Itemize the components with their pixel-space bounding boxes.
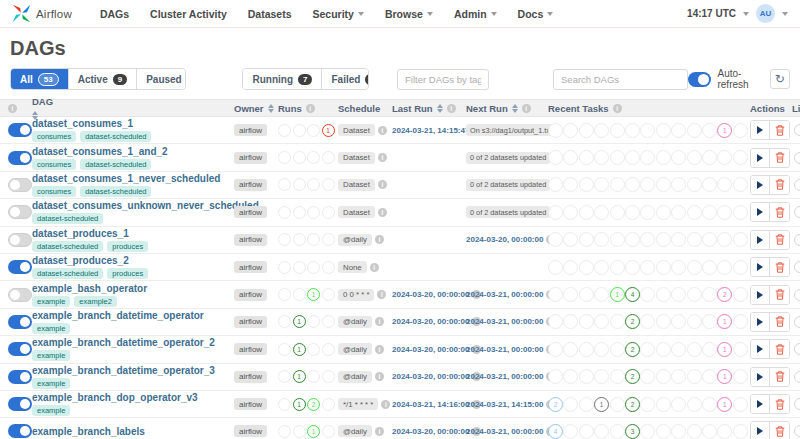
user-avatar[interactable]: AU [756, 4, 775, 23]
recent-task-circle-skipped[interactable] [717, 424, 732, 439]
delete-dag-button[interactable] [770, 286, 789, 304]
run-circle-success[interactable] [293, 425, 306, 438]
run-circle-failed[interactable] [322, 343, 335, 356]
dag-tag[interactable]: dataset-scheduled [80, 186, 151, 197]
recent-task-circle-up_for_retry[interactable] [671, 232, 686, 247]
run-circle-success[interactable] [293, 233, 306, 246]
links-menu-icon[interactable] [794, 179, 800, 191]
recent-task-circle-deferred[interactable] [733, 342, 748, 357]
runs-info-icon[interactable] [306, 104, 315, 113]
recent-task-circle-failed[interactable] [656, 424, 671, 439]
trigger-dag-button[interactable] [751, 231, 770, 249]
recent-task-circle-none[interactable] [548, 369, 563, 384]
recent-task-circle-failed[interactable] [656, 287, 671, 302]
delete-dag-button[interactable] [770, 176, 789, 194]
recent-task-circle-deferred[interactable] [733, 424, 748, 439]
recent-task-circle-failed[interactable] [656, 397, 671, 412]
last-run-info-icon[interactable] [447, 104, 456, 113]
sort-next-run-icon[interactable] [512, 104, 518, 113]
recent-task-circle-scheduled[interactable] [579, 397, 594, 412]
recent-task-circle-up_for_reschedule[interactable] [687, 397, 702, 412]
trigger-dag-button[interactable] [751, 313, 770, 331]
recent-task-circle-upstream_failed[interactable] [702, 205, 717, 220]
dag-pause-toggle[interactable] [8, 123, 32, 137]
recent-task-circle-up_for_retry[interactable] [671, 260, 686, 275]
recent-task-circle-scheduled[interactable] [579, 232, 594, 247]
recent-task-circle-running[interactable] [610, 177, 625, 192]
recent-task-circle-scheduled[interactable] [579, 205, 594, 220]
recent-task-circle-scheduled[interactable] [579, 342, 594, 357]
recent-task-circle-restarting[interactable] [640, 397, 655, 412]
search-dags-input[interactable] [553, 69, 688, 90]
recent-task-circle-removed[interactable] [563, 369, 578, 384]
delete-dag-button[interactable] [770, 313, 789, 331]
sort-last-run-icon[interactable] [437, 104, 443, 113]
recent-task-circle-deferred[interactable] [733, 287, 748, 302]
run-circle-failed[interactable]: 1 [322, 124, 335, 137]
recent-task-circle-queued[interactable] [594, 314, 609, 329]
dag-tag[interactable]: example2 [74, 296, 117, 307]
recent-task-circle-restarting[interactable] [640, 287, 655, 302]
recent-task-circle-skipped[interactable] [717, 232, 732, 247]
delete-dag-button[interactable] [770, 422, 789, 439]
dag-pause-toggle[interactable] [8, 151, 32, 165]
recent-task-circle-queued[interactable] [594, 287, 609, 302]
links-menu-icon[interactable] [794, 124, 800, 136]
recent-task-circle-queued[interactable] [594, 342, 609, 357]
run-circle-running[interactable] [307, 206, 320, 219]
recent-task-circle-deferred[interactable] [733, 150, 748, 165]
recent-task-circle-queued[interactable] [594, 369, 609, 384]
last-run-timestamp[interactable]: 2024-03-20, 00:00:00 [392, 290, 469, 299]
next-run-timestamp[interactable]: 2024-03-21, 00:00:00 [466, 427, 543, 436]
recent-task-circle-scheduled[interactable] [579, 287, 594, 302]
recent-task-circle-deferred[interactable] [733, 397, 748, 412]
recent-task-circle-restarting[interactable] [640, 232, 655, 247]
recent-task-circle-running[interactable] [610, 342, 625, 357]
recent-task-circle-up_for_retry[interactable] [671, 123, 686, 138]
run-circle-running[interactable] [307, 315, 320, 328]
dag-pause-toggle[interactable] [8, 342, 32, 356]
nav-item-cluster-activity[interactable]: Cluster Activity [150, 8, 227, 20]
recent-task-circle-scheduled[interactable] [579, 150, 594, 165]
dag-pause-toggle[interactable] [8, 370, 32, 384]
schedule-info-icon[interactable] [378, 180, 387, 189]
recent-task-circle-up_for_retry[interactable] [671, 342, 686, 357]
run-circle-queued[interactable] [278, 233, 291, 246]
recent-task-circle-deferred[interactable] [733, 123, 748, 138]
links-menu-icon[interactable] [794, 206, 800, 218]
filter-button-active[interactable]: Active9 [69, 69, 137, 89]
recent-task-circle-success[interactable]: 2 [625, 342, 640, 357]
recent-task-circle-none[interactable] [548, 177, 563, 192]
filter-button-paused[interactable]: Paused44 [137, 69, 186, 89]
recent-task-circle-skipped[interactable]: 1 [717, 314, 732, 329]
dag-tag[interactable]: example [32, 378, 70, 389]
recent-task-circle-skipped[interactable]: 1 [717, 123, 732, 138]
recent-task-circle-success[interactable]: 3 [625, 424, 640, 439]
run-circle-failed[interactable] [322, 398, 335, 411]
recent-task-circle-restarting[interactable] [640, 424, 655, 439]
dag-name-link[interactable]: example_branch_labels [32, 426, 145, 437]
recent-task-circle-removed[interactable] [563, 424, 578, 439]
run-circle-running[interactable] [307, 178, 320, 191]
filter-button-failed[interactable]: Failed1 [322, 69, 369, 89]
run-circle-queued[interactable] [278, 206, 291, 219]
recent-task-circle-success[interactable] [625, 260, 640, 275]
trigger-dag-button[interactable] [751, 121, 770, 139]
recent-task-circle-success[interactable]: 4 [625, 287, 640, 302]
recent-task-circle-up_for_retry[interactable] [671, 287, 686, 302]
recent-task-circle-upstream_failed[interactable] [702, 314, 717, 329]
recent-task-circle-removed[interactable] [563, 150, 578, 165]
trigger-dag-button[interactable] [751, 149, 770, 167]
next-run-timestamp[interactable]: 2024-03-21, 00:00:00 [466, 290, 543, 299]
recent-task-circle-upstream_failed[interactable] [702, 150, 717, 165]
nav-item-admin[interactable]: Admin [454, 8, 497, 20]
trigger-dag-button[interactable] [751, 203, 770, 221]
trigger-dag-button[interactable] [751, 395, 770, 413]
next-run-info-icon[interactable] [522, 104, 531, 113]
run-circle-running[interactable]: 2 [307, 398, 320, 411]
header-last-run[interactable]: Last Run [392, 103, 433, 114]
run-circle-queued[interactable] [278, 425, 291, 438]
recent-task-circle-up_for_reschedule[interactable] [687, 424, 702, 439]
links-menu-icon[interactable] [794, 234, 800, 246]
clock-caret-icon[interactable] [743, 12, 749, 16]
